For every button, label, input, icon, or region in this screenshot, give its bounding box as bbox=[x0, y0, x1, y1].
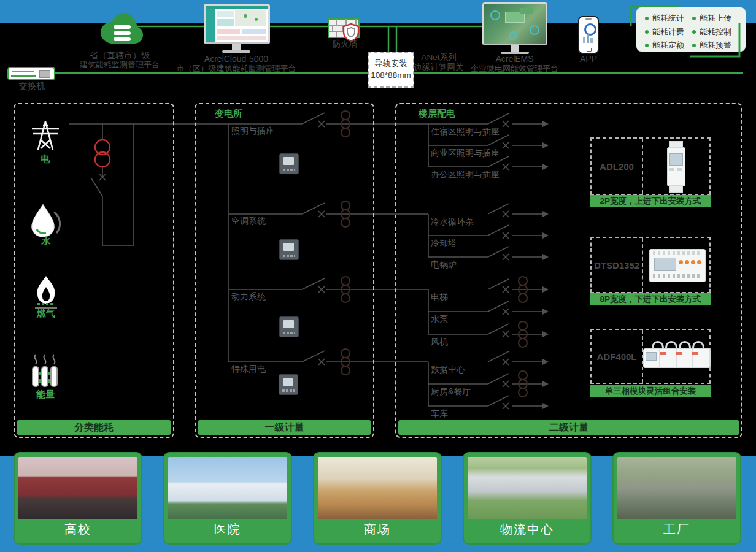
site-label: 工厂 bbox=[614, 521, 740, 538]
site-label: 物流中心 bbox=[464, 521, 590, 538]
product-model: ADF400L bbox=[596, 351, 636, 362]
site-card-factory: 工厂 bbox=[612, 452, 741, 545]
water-label: 水 bbox=[27, 236, 65, 247]
power-meter-photo bbox=[279, 374, 298, 395]
site-card-mall: 商场 bbox=[313, 452, 442, 545]
secondary-row-label: 电梯 bbox=[431, 292, 448, 303]
bullet-icon bbox=[692, 44, 696, 47]
monitor-stand bbox=[232, 44, 241, 50]
provincial-platform-label: 省（直辖市）级 建筑能耗监测管理平台 bbox=[58, 50, 181, 70]
power-meter-photo bbox=[279, 239, 299, 260]
cloud-icon bbox=[95, 8, 147, 48]
power-meter-photo bbox=[279, 153, 299, 174]
secondary-row-label: 冷却塔 bbox=[431, 238, 457, 249]
feature-item: 能耗上传 bbox=[692, 12, 739, 25]
primary-row-label: 照明与插座 bbox=[231, 126, 274, 137]
network-switch-icon bbox=[7, 67, 55, 80]
substation-title: 变电所 bbox=[215, 108, 242, 120]
panel-footer: 分类能耗 bbox=[17, 420, 171, 435]
app-phone-icon bbox=[578, 16, 599, 54]
secondary-row-label: 冷水循环泵 bbox=[431, 217, 474, 228]
floor-distribution-title: 楼层配电 bbox=[418, 108, 455, 120]
secondary-row-label: 风机 bbox=[431, 337, 448, 348]
gas-flame-icon bbox=[29, 275, 63, 309]
site-label: 商场 bbox=[314, 521, 441, 538]
secondary-row-label: 厨房&餐厅 bbox=[431, 386, 471, 397]
switch-label: 交换机 bbox=[15, 81, 49, 91]
firewall-label: 防火墙 bbox=[326, 39, 363, 49]
product-note: 2P宽度，上进下出安装方式 bbox=[590, 195, 711, 207]
acrelems-monitor bbox=[482, 2, 547, 45]
feature-item: 能耗定额 bbox=[645, 39, 692, 52]
site-photo bbox=[318, 457, 437, 519]
bullet-icon bbox=[645, 17, 649, 20]
acrelcloud-monitor bbox=[204, 4, 270, 44]
product-model: ADL200 bbox=[600, 161, 634, 172]
secondary-row-label: 办公区照明与插座 bbox=[431, 169, 500, 180]
secondary-row-label: 车库 bbox=[431, 408, 448, 420]
acrelems-label: AcrelEMS 企业微电网能效管理平台 bbox=[452, 54, 577, 74]
secondary-row-label: 电锅炉 bbox=[431, 259, 457, 270]
site-card-university: 高校 bbox=[14, 452, 142, 545]
bullet-icon bbox=[692, 17, 696, 20]
feature-item: 能耗预警 bbox=[692, 39, 739, 52]
site-label: 高校 bbox=[15, 521, 141, 538]
primary-row-label: 特殊用电 bbox=[231, 364, 266, 375]
acrelcloud-label: AcrelCloud-5000 市（区）级建筑能耗监测管理平台 bbox=[166, 54, 307, 74]
bullet-icon bbox=[692, 30, 696, 34]
site-photo bbox=[18, 457, 137, 519]
secondary-row-label: 数据中心 bbox=[431, 364, 465, 375]
primary-row-label: 空调系统 bbox=[231, 216, 266, 227]
energy-label: 能量 bbox=[28, 389, 63, 401]
secondary-row-label: 水泵 bbox=[431, 314, 448, 325]
app-label: APP bbox=[576, 54, 601, 64]
energy-monitoring-diagram: 省（直辖市）级 建筑能耗监测管理平台 AcrelCloud-5000 市（区）级… bbox=[0, 0, 756, 552]
gas-label: 燃气 bbox=[29, 308, 63, 320]
electricity-tower-icon bbox=[27, 117, 64, 152]
power-meter-photo bbox=[279, 316, 299, 337]
monitor-stand bbox=[511, 45, 519, 52]
site-photo bbox=[168, 457, 287, 519]
feature-item: 能耗计费 bbox=[645, 25, 692, 39]
water-drop-icon bbox=[27, 202, 65, 238]
product-model: DTSD1352 bbox=[594, 260, 639, 270]
feature-item: 能耗控制 bbox=[692, 25, 739, 39]
secondary-row-label: 商业区照明与插座 bbox=[431, 148, 500, 159]
primary-row-label: 动力系统 bbox=[231, 291, 266, 302]
electric-label: 电 bbox=[27, 153, 64, 165]
site-photo bbox=[617, 457, 736, 519]
feature-item: 能耗统计 bbox=[645, 12, 692, 25]
product-box-adl200: ADL200 bbox=[590, 137, 711, 195]
site-label: 医院 bbox=[164, 521, 291, 538]
product-note: 单三相模块灵活组合安装 bbox=[590, 385, 711, 397]
site-card-logistics: 物流中心 bbox=[463, 452, 592, 545]
site-photo bbox=[468, 457, 587, 519]
secondary-row-label: 住宿区照明与插座 bbox=[431, 126, 500, 137]
energy-radiator-icon bbox=[28, 353, 63, 389]
panel-footer: 二级计量 bbox=[398, 420, 739, 435]
bullet-icon bbox=[645, 30, 649, 34]
site-card-hospital: 医院 bbox=[163, 452, 292, 545]
features-box: 能耗统计 能耗上传 能耗计费 能耗控制 能耗定额 能耗预警 bbox=[636, 7, 746, 52]
bullet-icon bbox=[645, 44, 649, 47]
panel-footer: 一级计量 bbox=[198, 420, 371, 435]
product-note: 8P宽度，下进下出安装方式 bbox=[590, 293, 711, 305]
